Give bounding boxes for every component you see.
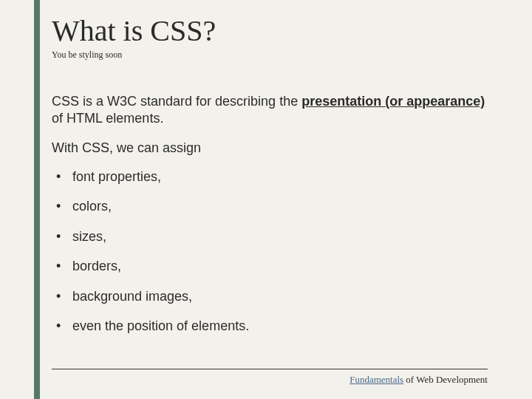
paragraph-2: With CSS, we can assign: [52, 140, 488, 157]
bullet-list: font properties, colors, sizes, borders,…: [52, 168, 488, 335]
list-item: background images,: [52, 288, 488, 305]
slide-title: What is CSS?: [52, 13, 488, 48]
footer-text: Fundamentals of Web Development: [52, 374, 488, 386]
para1-emphasis: presentation (or appearance): [301, 94, 485, 109]
footer-part1: Fundamentals: [349, 374, 403, 385]
list-item: even the position of elements.: [52, 318, 488, 335]
slide-subtitle: You be styling soon: [52, 50, 488, 61]
paragraph-1: CSS is a W3C standard for describing the…: [52, 93, 488, 126]
list-item: sizes,: [52, 228, 488, 245]
footer-part2: of Web Development: [403, 374, 488, 385]
para1-pre: CSS is a W3C standard for describing the: [52, 94, 301, 109]
slide-content: CSS is a W3C standard for describing the…: [52, 93, 488, 335]
list-item: colors,: [52, 198, 488, 215]
para1-post: of HTML elements.: [52, 111, 163, 126]
list-item: font properties,: [52, 168, 488, 185]
footer-divider: [52, 369, 488, 369]
list-item: borders,: [52, 258, 488, 275]
accent-bar: [34, 0, 40, 399]
slide-footer: Fundamentals of Web Development: [52, 369, 488, 386]
